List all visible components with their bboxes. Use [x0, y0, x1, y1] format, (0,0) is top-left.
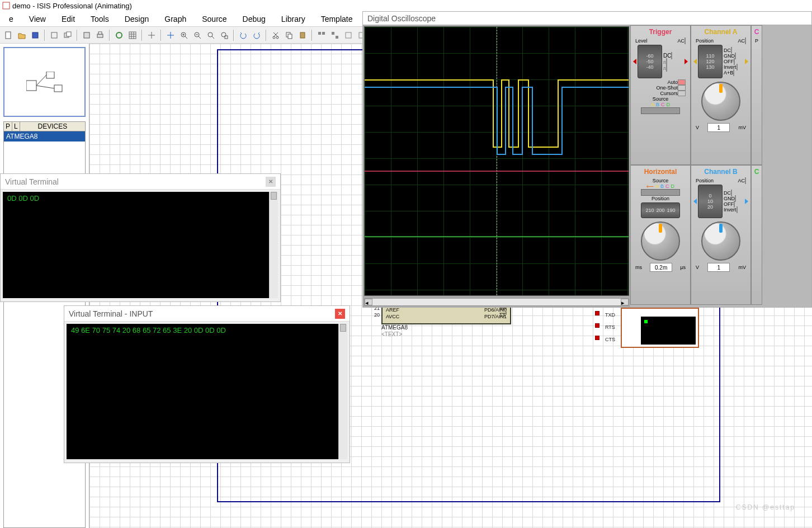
terminal-body[interactable]: 0D 0D 0D [3, 192, 278, 298]
position-wheel[interactable]: 210 200 190 [641, 202, 680, 218]
scope-titlebar[interactable]: Digital Oscilloscope [363, 12, 811, 25]
menu-design[interactable]: Design [118, 12, 156, 26]
open-icon[interactable] [16, 29, 28, 41]
pan-icon[interactable] [164, 29, 177, 41]
devices-col-l[interactable]: L [12, 122, 20, 131]
invert-button[interactable] [737, 206, 738, 213]
new-icon[interactable] [2, 29, 15, 41]
toolbar-sep [311, 30, 313, 41]
zoom-out-icon[interactable] [191, 29, 204, 41]
trigger-title: Trigger [649, 28, 672, 36]
position-wheel[interactable]: 0 10 20 [698, 185, 723, 218]
block-move-icon[interactable] [329, 29, 341, 41]
print-area-icon[interactable] [81, 29, 93, 41]
menu-debug[interactable]: Debug [236, 12, 272, 26]
menu-graph[interactable]: Graph [158, 12, 193, 26]
terminal-body[interactable]: 49 6E 70 75 74 20 68 65 72 65 3E 20 0D 0… [67, 324, 347, 459]
origin-icon[interactable] [145, 29, 158, 41]
menu-library[interactable]: Library [275, 12, 312, 26]
svg-rect-39 [332, 32, 334, 35]
toolbar-sep [77, 30, 78, 41]
position-wheel[interactable]: 110 120 130 [698, 45, 723, 78]
arrow-left-icon[interactable] [633, 59, 636, 64]
import-icon[interactable] [48, 29, 60, 41]
edge2-button[interactable] [666, 64, 667, 72]
gnd-button[interactable] [735, 53, 736, 59]
virtual-terminal-input-window[interactable]: Virtual Terminal - INPUT ✕ 49 6E 70 75 7… [64, 305, 350, 463]
grid-icon[interactable] [126, 29, 139, 41]
oscilloscope-window[interactable]: Digital Oscilloscope ◂ ▸ [362, 11, 812, 308]
virtual-terminal-window[interactable]: Virtual Terminal ✕ 0D 0D 0D [0, 173, 281, 302]
schematic-component[interactable]: AREFPD6/AIN0 AVCCPD7/AIN1 [381, 305, 511, 324]
menu-view[interactable]: View [22, 12, 53, 26]
trigger-slider[interactable] [641, 107, 680, 114]
arrow-left-icon[interactable] [693, 59, 697, 64]
close-icon[interactable]: ✕ [335, 309, 345, 319]
devices-col-p[interactable]: P [4, 122, 12, 131]
level-wheel[interactable]: -60 -50 -40 [638, 45, 662, 78]
uart-pin: TXD [605, 312, 615, 318]
block-rotate-icon[interactable] [342, 29, 355, 41]
arrow-right-icon[interactable] [684, 59, 688, 64]
menu-source[interactable]: Source [195, 12, 233, 26]
volt-dial[interactable] [701, 221, 740, 261]
scope-screen[interactable] [364, 26, 629, 296]
svg-line-24 [199, 36, 201, 39]
time-input[interactable] [650, 263, 672, 272]
cut-icon[interactable] [270, 29, 282, 41]
arrow-left-icon[interactable] [693, 199, 697, 204]
svg-line-27 [212, 36, 214, 39]
invert-button[interactable] [737, 64, 738, 70]
app-icon [2, 2, 10, 10]
time-dial[interactable] [641, 221, 680, 261]
print-icon[interactable] [94, 29, 106, 41]
oneshot-button[interactable] [678, 85, 686, 91]
menu-tools[interactable]: Tools [84, 12, 116, 26]
zoom-area-icon[interactable] [218, 29, 230, 41]
uart-terminal-component[interactable]: TXD RTS CTS [621, 308, 699, 348]
gnd-button[interactable] [735, 195, 736, 202]
arrow-right-icon[interactable] [745, 199, 748, 204]
overview-panel[interactable] [3, 47, 86, 117]
svg-point-26 [208, 32, 213, 37]
svg-rect-6 [84, 32, 89, 38]
export-icon[interactable] [62, 29, 74, 41]
cursors-button[interactable] [678, 91, 686, 96]
paste-icon[interactable] [296, 29, 309, 41]
horiz-slider[interactable] [641, 189, 680, 196]
scrollbar[interactable] [338, 324, 347, 459]
zoom-in-icon[interactable] [178, 29, 190, 41]
position-label: Position [696, 38, 714, 44]
dc-button[interactable] [671, 52, 672, 59]
scroll-left-icon[interactable]: ◂ [365, 299, 372, 305]
trigger-panel: Trigger LevelAC -60 -50 -40 DC ⎍ ⎍ Auto … [630, 25, 691, 165]
close-icon[interactable]: ✕ [266, 177, 276, 187]
ab-button[interactable] [733, 69, 734, 76]
channel-a-panel: Channel A PositionAC 110 120 130 DC GND … [691, 25, 751, 165]
undo-icon[interactable] [237, 29, 249, 41]
scope-scrollbar[interactable]: ◂ ▸ [364, 298, 629, 306]
svg-rect-45 [54, 85, 62, 92]
save-icon[interactable] [29, 29, 41, 41]
copy-icon[interactable] [283, 29, 295, 41]
volt-input[interactable] [707, 263, 730, 272]
menu-file[interactable]: e [2, 12, 20, 26]
volt-input[interactable] [707, 123, 730, 132]
block-copy-icon[interactable] [315, 29, 328, 41]
volt-dial[interactable] [701, 82, 740, 121]
redo-icon[interactable] [251, 29, 263, 41]
refresh-icon[interactable] [113, 29, 125, 41]
terminal-titlebar[interactable]: Virtual Terminal ✕ [1, 174, 280, 190]
menu-edit[interactable]: Edit [55, 12, 82, 26]
device-item[interactable]: ATMEGA8 [4, 131, 85, 142]
zoom-fit-icon[interactable] [205, 29, 217, 41]
devices-col-name: DEVICES [20, 122, 85, 131]
scrollbar[interactable] [269, 192, 278, 298]
scroll-right-icon[interactable]: ▸ [621, 299, 629, 305]
svg-rect-1 [6, 32, 11, 39]
menu-template[interactable]: Template [314, 12, 360, 26]
terminal-titlebar[interactable]: Virtual Terminal - INPUT ✕ [64, 306, 350, 322]
auto-button[interactable] [678, 79, 686, 85]
svg-rect-8 [98, 32, 102, 34]
arrow-right-icon[interactable] [745, 59, 748, 64]
